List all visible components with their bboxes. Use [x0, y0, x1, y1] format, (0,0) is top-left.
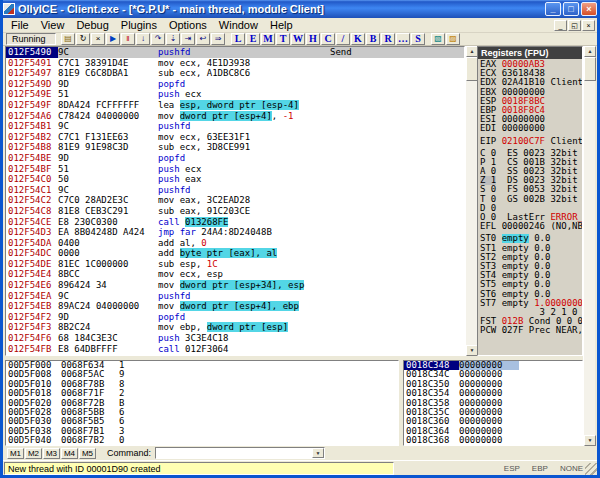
close-process-icon[interactable]: × — [91, 33, 105, 45]
disasm-row[interactable]: 012F54B19Cpushfd — [6, 121, 464, 132]
disasm-row[interactable]: 012F549D9Dpopfd — [6, 79, 464, 90]
disasm-row[interactable]: 012F54D3EA 8B04248D A424jmp far 24A4:8D2… — [6, 227, 464, 238]
toolbar-letter-button-B[interactable]: B — [366, 33, 380, 45]
step-over-icon[interactable]: ↷ — [151, 33, 165, 45]
toolbar-letter-button-T[interactable]: T — [276, 33, 290, 45]
maximize-button[interactable]: □ — [563, 2, 579, 16]
menu-item-options[interactable]: Options — [163, 19, 213, 31]
close-button[interactable]: × — [581, 2, 597, 16]
register-row-ebp[interactable]: EBP 0018F8C4 — [480, 106, 582, 115]
register-row-ecx[interactable]: ECX 63618438 — [480, 69, 582, 78]
fpu-row-st7[interactable]: ST7 empty 1.0000000000000000000 — [480, 299, 582, 308]
minimize-button[interactable]: _ — [545, 2, 561, 16]
disasm-row[interactable]: 012F54EA9Cpushfd — [6, 291, 464, 302]
options-icon[interactable]: ▧ — [431, 33, 445, 45]
flag-row-z[interactable]: Z 1 DS 0023 32bit 0(FFFFFFFF) — [480, 176, 582, 185]
toolbar-letter-button-K[interactable]: K — [351, 33, 365, 45]
menu-item-file[interactable]: File — [5, 19, 35, 31]
disasm-row[interactable]: 012F54DC0000add byte ptr [eax], al — [6, 248, 464, 259]
scroll-thumb[interactable] — [584, 57, 596, 81]
flag-row-a[interactable]: A 0 SS 0023 32bit 0(FFFFFFFF) — [480, 167, 582, 176]
toolbar-letter-button-M[interactable]: M — [261, 33, 275, 45]
flag-row-d[interactable]: D 0 — [480, 204, 582, 213]
memory-tab-m3[interactable]: M3 — [43, 448, 60, 459]
disasm-row[interactable]: 012F54BE9Dpopfd — [6, 153, 464, 164]
fpu-row-st6[interactable]: ST6 empty 0.0 — [480, 290, 582, 299]
go-to-address-icon[interactable]: ⇒ — [211, 33, 225, 45]
fpu-row-st1[interactable]: ST1 empty 0.0 — [480, 244, 582, 253]
toolbar-letter-button-…[interactable]: … — [396, 33, 410, 45]
fpu-status-word-row[interactable]: FST 012B Cond 0 0 0 1 — [480, 317, 582, 326]
disassembly-scrollbar[interactable]: ▲ ▼ — [465, 46, 477, 356]
register-row-ebx[interactable]: EBX 00000000 — [480, 88, 582, 97]
disasm-row[interactable]: 012F54B881E9 91E98C3Dsub ecx, 3D8CE991 — [6, 142, 464, 153]
disasm-row[interactable]: 012F54A6C78424 04000000mov dword ptr [es… — [6, 111, 464, 122]
disasm-row[interactable]: 012F54DE81EC 1C000000sub esp, 1C — [6, 259, 464, 270]
register-row-edx[interactable]: EDX 02A41B10 Client.02A41B10 — [480, 78, 582, 87]
flag-row-p[interactable]: P 1 CS 001B 32bit 0(FFFFFFFF) — [480, 158, 582, 167]
toolbar-letter-button-/[interactable]: / — [336, 33, 350, 45]
menu-item-plugins[interactable]: Plugins — [115, 19, 163, 31]
command-input[interactable] — [157, 448, 311, 458]
register-row-esi[interactable]: ESI 00000000 — [480, 115, 582, 124]
step-into-icon[interactable]: ↓ — [136, 33, 150, 45]
appearance-icon[interactable]: ▨ — [446, 33, 460, 45]
mdi-restore-button[interactable]: ◱ — [568, 20, 581, 31]
fpu-row-st2[interactable]: ST2 empty 0.0 — [480, 253, 582, 262]
disasm-row[interactable]: 012F54C19Cpushfd — [6, 185, 464, 196]
menu-item-debug[interactable]: Debug — [70, 19, 114, 31]
register-row-edi[interactable]: EDI 00000000 — [480, 124, 582, 133]
register-row-eax[interactable]: EAX 00000AB3 — [480, 60, 582, 69]
scroll-down-button[interactable]: ▼ — [584, 435, 596, 446]
memory-tab-m4[interactable]: M4 — [61, 448, 78, 459]
disasm-row[interactable]: 012F54C881E8 CEB3C291sub eax, 91C203CE — [6, 206, 464, 217]
fpu-control-word-row[interactable]: PCW 027F Prec NEAR,53 — [480, 326, 582, 335]
toolbar-letter-button-S[interactable]: S — [411, 33, 425, 45]
disasm-row[interactable]: 012F54DA0400add al, 0 — [6, 238, 464, 249]
open-file-icon[interactable]: ▤ — [61, 33, 75, 45]
fpu-row-st4[interactable]: ST4 empty 0.0 — [480, 271, 582, 280]
memory-tab-m5[interactable]: M5 — [79, 448, 96, 459]
disasm-row[interactable]: 012F54F29Dpopfd — [6, 312, 464, 323]
disasm-row[interactable]: 012F54C2C7C0 28AD2E3Cmov eax, 3C2EAD28 — [6, 195, 464, 206]
disasm-row[interactable]: 012F54909CpushfdSend — [6, 47, 464, 58]
toolbar-letter-button-H[interactable]: H — [306, 33, 320, 45]
disasm-row[interactable]: 012F54F38B2C24mov ebp, dword ptr [esp] — [6, 322, 464, 333]
fpu-row-st3[interactable]: ST3 empty 0.0 — [480, 262, 582, 271]
disasm-row[interactable]: 012F549781E9 C6C8DBA1sub ecx, A1DBC8C6 — [6, 68, 464, 79]
mdi-minimize-button[interactable]: _ — [554, 20, 567, 31]
toolbar-letter-button-E[interactable]: E — [246, 33, 260, 45]
memory-tab-m2[interactable]: M2 — [25, 448, 42, 459]
right-scrollbar[interactable]: ▲ ▼ — [583, 46, 595, 446]
pause-icon[interactable]: ‖ — [121, 33, 135, 45]
register-row-efl[interactable]: EFL 00000246 (NO,NB,E,B — [480, 222, 582, 231]
restart-icon[interactable]: ↻ — [76, 33, 90, 45]
toolbar-letter-button-R[interactable]: R — [381, 33, 395, 45]
fpu-row-st0[interactable]: ST0 empty 0.0 — [480, 234, 582, 243]
disasm-row[interactable]: 012F54E6896424 34mov dword ptr [esp+34],… — [6, 280, 464, 291]
disasm-row[interactable]: 012F54CEE8 230C0300call 013268FE — [6, 217, 464, 228]
disasm-row[interactable]: 012F54EB89AC24 04000000mov dword ptr [es… — [6, 301, 464, 312]
flag-row-s[interactable]: S 0 FS 0053 32bit 7FFDE000(FFF) — [480, 185, 582, 194]
animate-into-icon[interactable]: ⇣ — [166, 33, 180, 45]
disasm-row[interactable]: 012F54BF51push ecx — [6, 164, 464, 175]
disasm-row[interactable]: 012F54FBE8 64DBFFFFcall 012F3064 — [6, 344, 464, 355]
toolbar-letter-button-C[interactable]: C — [321, 33, 335, 45]
execute-till-return-icon[interactable]: ↩ — [196, 33, 210, 45]
resize-grip[interactable] — [585, 463, 597, 475]
memory-tab-m1[interactable]: M1 — [7, 448, 24, 459]
toolbar-letter-button-W[interactable]: W — [291, 33, 305, 45]
run-icon[interactable]: ▶ — [106, 33, 120, 45]
mdi-close-button[interactable]: × — [582, 20, 595, 31]
flag-row-o[interactable]: O 0 LastErr ERROR_INVA — [480, 213, 582, 222]
combo-dropdown-button[interactable]: ▼ — [312, 448, 324, 458]
disasm-row[interactable]: 012F54C050push eax — [6, 174, 464, 185]
animate-over-icon[interactable]: ⇥ — [181, 33, 195, 45]
register-row-esp[interactable]: ESP 0018F8BC — [480, 97, 582, 106]
dump-row[interactable]: 00D5F0400068F7B20 — [6, 436, 398, 445]
menu-item-view[interactable]: View — [35, 19, 71, 31]
disasm-row[interactable]: 012F54E48BCCmov ecx, esp — [6, 269, 464, 280]
disasm-row[interactable]: 012F5491C7C1 38391D4Emov ecx, 4E1D3938 — [6, 58, 464, 69]
scroll-up-button[interactable]: ▲ — [584, 46, 596, 57]
fpu-row-st5[interactable]: ST5 empty 0.0 — [480, 280, 582, 289]
